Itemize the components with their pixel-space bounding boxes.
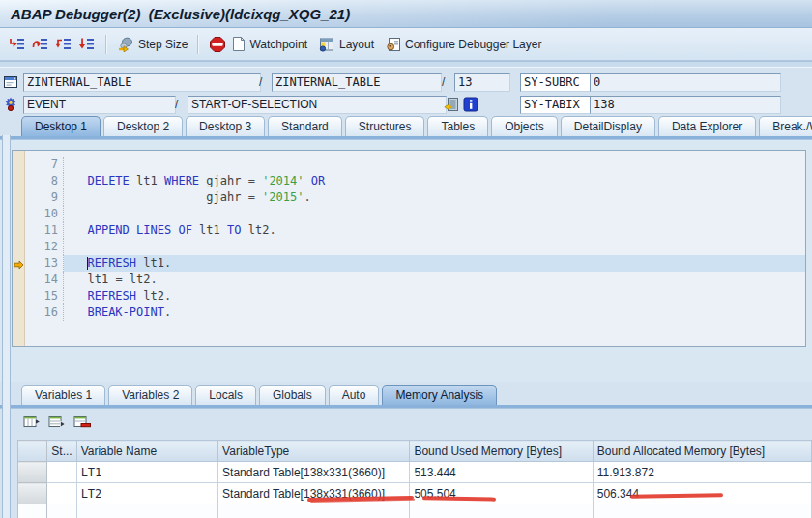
tab-standard[interactable]: Standard [268,116,342,136]
code-line-16[interactable]: 16 BREAK-POINT. [25,304,805,321]
memory-analysis-table: St...Variable NameVariableTypeBound Used… [17,440,812,518]
code-text[interactable]: BREAK-POINT. [64,304,805,321]
allocated-memory-cell[interactable]: 11.913.872 [593,462,811,483]
row-selector-cell[interactable] [18,483,47,504]
tab-data-explorer[interactable]: Data Explorer [658,116,756,136]
splitter-rail[interactable] [2,135,11,518]
allocated-memory-cell[interactable] [593,504,811,518]
code-lines: 78 DELETE lt1 WHERE gjahr = '2014' OR9 g… [13,151,805,321]
code-text[interactable]: gjahr = '2015'. [64,189,805,206]
step-return-button[interactable] [52,35,75,53]
variable-type-cell[interactable] [218,504,410,518]
configure-label: Configure Debugger Layer [405,38,541,51]
code-line-12[interactable]: 12 [25,239,805,255]
variable-name-cell[interactable] [76,504,218,518]
tab-desktop-2[interactable]: Desktop 2 [103,116,183,136]
separator-slash: / [442,75,445,89]
column-header[interactable]: Bound Used Memory [Bytes] [410,441,593,462]
toolbar-separator [197,35,199,54]
table-insert-button[interactable] [23,414,42,433]
tab-desktop-1[interactable]: Desktop 1 [21,116,101,136]
tab-globals[interactable]: Globals [259,385,326,405]
code-text[interactable]: lt1 = lt2. [64,272,805,288]
code-line-7[interactable]: 7 [25,157,805,173]
variables-tabstrip: Variables 1Variables 2LocalsGlobalsAutoM… [0,385,812,405]
variable-name-cell[interactable]: LT1 [76,462,218,483]
line-number: 11 [25,222,64,239]
code-text[interactable]: APPEND LINES OF lt1 TO lt2. [64,222,805,239]
table-detail-button[interactable] [48,414,67,433]
sy-tabix-value-field[interactable]: 138 [590,96,781,114]
tab-locals[interactable]: Locals [195,385,256,405]
code-text[interactable]: REFRESH lt2. [64,288,805,304]
table-row: LT1Standard Table[138x331(3660)]513.4441… [18,462,812,483]
line-number: 12 [25,239,64,255]
debugger-toolbar: Step Size Watchpoint Layout Configure De… [0,28,812,61]
code-line-11[interactable]: 11 APPEND LINES OF lt1 TO lt2. [25,222,805,239]
code-text[interactable] [64,157,805,173]
line-number-field[interactable]: 13 [454,73,510,92]
sy-subrc-name-field[interactable]: SY-SUBRC [520,73,592,92]
configure-debugger-layer-button[interactable]: Configure Debugger Layer [383,35,544,54]
tab-detaildisplay[interactable]: DetailDisplay [561,116,655,136]
tab-desktop-3[interactable]: Desktop 3 [186,116,265,136]
column-header[interactable]: Bound Allocated Memory [Bytes] [593,441,811,462]
configure-layer-icon [386,37,401,52]
current-statement-arrow-icon [14,259,24,273]
tab-structures[interactable]: Structures [345,116,425,136]
tab-break-watchpoints[interactable]: Break./Watchpoints [759,116,812,136]
column-header[interactable]: Variable Name [76,441,218,462]
used-memory-cell[interactable]: 505.504 [410,483,593,504]
code-line-9[interactable]: 9 gjahr = '2015'. [25,189,805,206]
sy-tabix-name-field[interactable]: SY-TABIX [520,96,592,114]
tab-memory-analysis[interactable]: Memory Analysis [382,385,497,405]
header-selector-cell[interactable] [18,441,47,462]
sy-subrc-value-field[interactable]: 0 [590,73,781,92]
tab-auto[interactable]: Auto [329,385,380,405]
used-memory-cell[interactable]: 513.444 [410,462,593,483]
used-memory-cell[interactable] [410,504,593,518]
toolbar-groove [0,61,812,68]
info-button[interactable] [463,97,478,116]
abap-editor[interactable]: 78 DELETE lt1 WHERE gjahr = '2014' OR9 g… [12,150,806,347]
code-line-14[interactable]: 14 lt1 = lt2. [25,272,805,288]
step-into-button[interactable] [6,35,29,53]
code-text[interactable] [64,239,805,255]
tab-tables[interactable]: Tables [427,116,488,136]
tab-variables-1[interactable]: Variables 1 [21,385,105,405]
tab-variables-2[interactable]: Variables 2 [108,385,192,405]
row-selector-cell[interactable] [18,504,47,518]
step-over-button[interactable] [29,35,52,53]
code-line-13[interactable]: 13 REFRESH lt1. [25,255,805,272]
layout-button[interactable]: Layout [316,35,377,54]
variable-type-cell[interactable]: Standard Table[138x331(3660)] [218,462,410,483]
code-text[interactable] [64,206,805,222]
breakpoint-stop-button[interactable] [206,34,229,55]
goto-statement-button[interactable] [444,97,459,116]
stop-icon [209,36,226,53]
status-cell[interactable] [47,462,76,483]
event-name-field[interactable]: START-OF-SELECTION [188,96,447,114]
separator-slash: / [259,75,262,89]
code-text[interactable]: REFRESH lt1. [64,255,805,272]
step-size-button[interactable]: Step Size [114,35,190,54]
line-number: 15 [25,288,64,304]
event-type-field[interactable]: EVENT [23,96,176,114]
desktop-tabstrip: Desktop 1Desktop 2Desktop 3StandardStruc… [0,116,812,136]
code-line-15[interactable]: 15 REFRESH lt2. [25,288,805,304]
column-header[interactable]: St... [47,441,76,462]
variable-name-cell[interactable]: LT2 [76,483,218,504]
status-cell[interactable] [47,483,76,504]
code-line-8[interactable]: 8 DELETE lt1 WHERE gjahr = '2014' OR [25,173,805,189]
column-header[interactable]: VariableType [218,441,410,462]
include-field[interactable]: ZINTERNAL_TABLE [272,73,442,92]
tab-objects[interactable]: Objects [491,116,558,136]
row-selector-cell[interactable] [18,462,47,483]
watchpoint-button[interactable]: Watchpoint [229,34,310,54]
status-cell[interactable] [47,504,76,518]
code-text[interactable]: DELETE lt1 WHERE gjahr = '2014' OR [64,173,805,189]
code-line-10[interactable]: 10 [25,206,805,222]
table-remove-button[interactable] [73,414,92,433]
main-program-field[interactable]: ZINTERNAL_TABLE [23,73,261,92]
continue-button[interactable] [75,35,99,53]
